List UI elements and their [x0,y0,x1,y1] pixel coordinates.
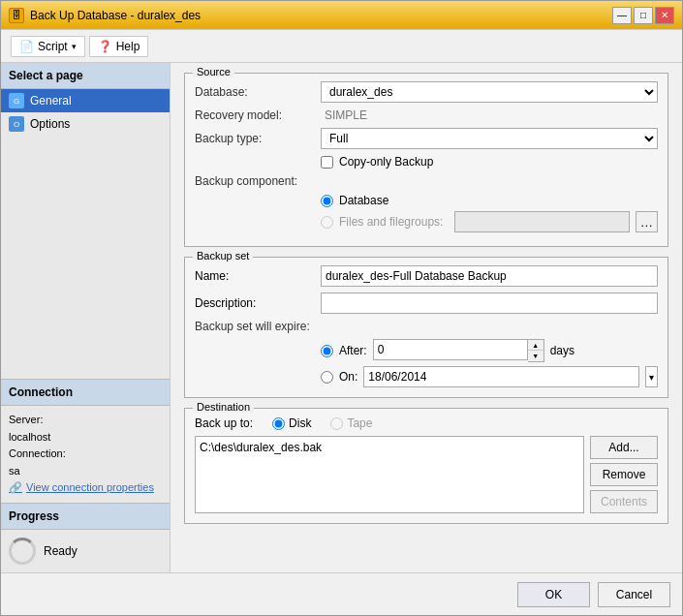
files-browse-button[interactable]: … [636,211,658,232]
name-input[interactable] [321,265,658,287]
options-icon: O [9,116,24,132]
copy-only-label: Copy-only Backup [339,155,433,169]
copy-only-checkbox[interactable] [321,156,333,169]
sidebar-item-general[interactable]: G General [1,89,170,112]
backup-type-control: Full [321,128,658,149]
tape-radio[interactable] [330,417,343,430]
expire-label-row: Backup set will expire: [195,320,658,333]
cancel-button[interactable]: Cancel [598,582,670,607]
server-value: localhost [9,431,50,443]
view-link-text: View connection properties [26,479,154,497]
description-input[interactable] [321,293,658,314]
backup-type-select[interactable]: Full [321,128,658,149]
destination-section: Destination Back up to: Disk Tape [184,408,668,524]
backup-set-label: Backup set [193,250,253,262]
toolbar: 📄 Script ▾ ❓ Help [1,30,682,63]
sidebar-header: Select a page [1,63,170,89]
title-buttons: — □ ✕ [612,7,674,24]
expire-after-row: After: ▲ ▼ days [321,339,658,362]
window-icon: 🗄 [9,8,24,23]
close-button[interactable]: ✕ [655,7,674,24]
destination-label: Destination [193,401,254,413]
date-input[interactable] [363,366,639,387]
disk-radio[interactable] [272,417,285,430]
after-spinner: ▲ ▼ [373,339,544,362]
copy-only-row: Copy-only Backup [321,155,658,169]
tape-item: Tape [330,416,372,430]
description-row: Description: [195,293,658,314]
after-label: After: [339,344,367,357]
ok-button[interactable]: OK [517,582,590,607]
view-connection-link[interactable]: 🔗 View connection properties [9,479,162,497]
connection-label-row: Connection: sa [9,446,162,479]
source-label: Source [193,66,234,77]
sidebar-bottom-section: Connection Server: localhost Connection:… [1,379,170,572]
dest-list-area: C:\des\duralex_des.bak Add... Remove Con… [195,436,658,513]
database-control: duralex_des [321,81,658,103]
maximize-button[interactable]: □ [634,7,653,24]
database-label: Database: [195,85,321,99]
component-database-label: Database [339,194,388,207]
sidebar-options-label: Options [30,117,70,131]
name-row: Name: [195,265,658,287]
calendar-button[interactable]: ▾ [645,366,658,387]
component-files-label: Files and filegroups: [339,215,443,229]
backup-type-row: Backup type: Full [195,128,658,149]
files-input [454,211,629,232]
after-radio[interactable] [321,345,333,357]
spin-down-button[interactable]: ▼ [528,351,543,361]
main-content: Select a page G General O Options Connec… [1,63,682,572]
database-row: Database: duralex_des [195,81,658,103]
on-label: On: [339,370,357,384]
dest-buttons: Add... Remove Contents [590,436,658,513]
component-files-row: Files and filegroups: … [321,211,658,232]
sidebar-general-label: General [30,94,72,108]
title-bar: 🗄 Back Up Database - duralex_des — □ ✕ [1,1,682,30]
contents-button[interactable]: Contents [590,490,658,513]
on-radio[interactable] [321,371,333,384]
expire-on-row: On: ▾ [321,366,658,387]
spin-up-button[interactable]: ▲ [528,340,543,351]
connection-info: Server: localhost Connection: sa 🔗 View … [1,406,170,503]
expire-label: Backup set will expire: [195,320,321,333]
backup-set-section: Backup set Name: Description: Backup set… [184,257,668,398]
connection-value: sa [9,465,20,477]
script-button[interactable]: 📄 Script ▾ [11,36,85,57]
after-input[interactable] [373,339,528,360]
component-database-row: Database [321,194,658,207]
component-label-row: Backup component: [195,174,658,188]
database-select[interactable]: duralex_des [321,81,658,103]
backup-type-label: Backup type: [195,132,321,145]
help-button[interactable]: ❓ Help [89,36,149,57]
progress-spinner [9,538,36,565]
dest-path-item: C:\des\duralex_des.bak [200,441,579,454]
title-bar-left: 🗄 Back Up Database - duralex_des [9,8,201,23]
dest-list[interactable]: C:\des\duralex_des.bak [195,436,584,513]
help-label: Help [116,40,140,53]
component-database-radio[interactable] [321,195,333,207]
window-title: Back Up Database - duralex_des [30,9,201,22]
name-label: Name: [195,269,321,283]
recovery-row: Recovery model: SIMPLE [195,108,658,122]
server-label: Server: [9,414,43,425]
remove-button[interactable]: Remove [590,463,658,486]
progress-status: Ready [44,544,78,558]
recovery-label: Recovery model: [195,108,321,122]
component-files-radio[interactable] [321,216,333,229]
disk-label: Disk [289,416,311,430]
bottom-bar: OK Cancel [1,572,682,615]
component-radio-group: Database Files and filegroups: … [321,194,658,232]
backup-to-label: Back up to: [195,416,253,430]
tape-label: Tape [347,416,372,430]
minimize-button[interactable]: — [612,7,632,24]
sidebar: Select a page G General O Options Connec… [1,63,171,572]
days-label: days [550,344,574,357]
sidebar-item-options[interactable]: O Options [1,112,170,136]
form-area: Source Database: duralex_des Recovery mo… [171,63,682,572]
recovery-control: SIMPLE [321,108,658,122]
connection-header: Connection [1,379,170,406]
help-icon: ❓ [98,40,112,53]
add-button[interactable]: Add... [590,436,658,459]
progress-header: Progress [1,503,170,530]
recovery-value: SIMPLE [321,107,371,124]
